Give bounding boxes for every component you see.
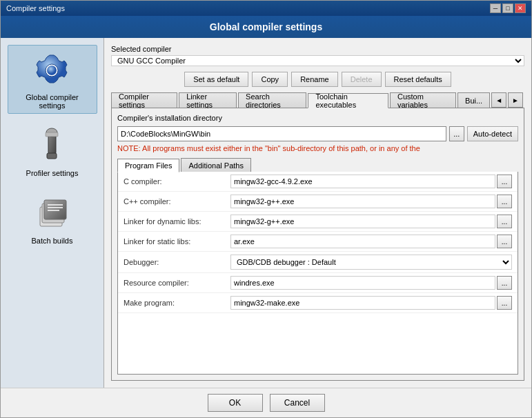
tab-nav-left[interactable]: ◄ xyxy=(491,92,506,108)
linker-dynamic-label: Linker for dynamic libs: xyxy=(124,217,230,226)
browse-dir-button[interactable]: ... xyxy=(449,126,464,141)
main-tabs-row: Compiler settings Linker settings Search… xyxy=(111,92,524,108)
cpp-compiler-browse-button[interactable]: ... xyxy=(497,195,512,208)
c-compiler-row: C compiler: ... xyxy=(118,172,518,192)
program-files-content: C compiler: ... C++ compiler: ... Linker… xyxy=(117,172,518,375)
sidebar-item-batch-builds[interactable]: Batch builds xyxy=(8,188,97,249)
cpp-compiler-input[interactable] xyxy=(230,195,495,208)
cpp-compiler-label: C++ compiler: xyxy=(124,197,230,206)
tab-compiler-settings[interactable]: Compiler settings xyxy=(111,92,177,108)
tab-linker-settings[interactable]: Linker settings xyxy=(179,92,237,108)
close-button[interactable]: ✕ xyxy=(515,3,526,13)
tab-custom-variables[interactable]: Custom variables xyxy=(390,92,456,108)
linker-dynamic-input[interactable] xyxy=(230,215,495,228)
note-text: NOTE: All programs must exist either in … xyxy=(117,144,518,152)
linker-dynamic-browse-button[interactable]: ... xyxy=(497,215,512,228)
debugger-select[interactable]: GDB/CDB debugger : Default xyxy=(230,255,512,270)
compiler-settings-window: Compiler settings ─ □ ✕ Global compiler … xyxy=(0,0,532,418)
make-program-input[interactable] xyxy=(230,296,495,310)
linker-static-label: Linker for static libs: xyxy=(124,237,230,246)
debugger-label: Debugger: xyxy=(124,258,230,266)
c-compiler-label: C compiler: xyxy=(124,177,230,186)
resource-compiler-input[interactable] xyxy=(230,276,495,290)
cpp-compiler-row: C++ compiler: ... xyxy=(118,192,518,212)
footer: OK Cancel xyxy=(1,388,531,417)
tab-search-directories[interactable]: Search directories xyxy=(238,92,306,108)
sidebar-item-profiler[interactable]: Profiler settings xyxy=(8,121,97,181)
sidebar-item-global-compiler[interactable]: Global compilersettings xyxy=(8,45,97,114)
c-compiler-browse-button[interactable]: ... xyxy=(497,175,512,188)
maximize-button[interactable]: □ xyxy=(502,3,513,13)
sidebar-global-label: Global compilersettings xyxy=(26,93,78,110)
make-program-label: Make program: xyxy=(124,299,230,307)
make-program-browse-button[interactable]: ... xyxy=(497,296,512,310)
compiler-select-label: Selected compiler xyxy=(111,45,524,53)
title-bar-controls: ─ □ ✕ xyxy=(490,3,526,13)
auto-detect-button[interactable]: Auto-detect xyxy=(467,126,518,141)
batch-builds-icon xyxy=(32,192,73,234)
title-bar: Compiler settings ─ □ ✕ xyxy=(1,1,531,16)
svg-rect-8 xyxy=(44,200,66,219)
svg-rect-5 xyxy=(46,132,58,137)
profiler-icon xyxy=(32,125,73,166)
linker-static-browse-button[interactable]: ... xyxy=(497,235,512,248)
sidebar-profiler-label: Profiler settings xyxy=(26,169,79,177)
main-content: Global compilersettings xyxy=(1,38,531,388)
compiler-select-dropdown[interactable]: GNU GCC Compiler xyxy=(111,55,524,66)
copy-button[interactable]: Copy xyxy=(252,72,288,87)
svg-point-1 xyxy=(47,66,57,75)
compiler-select-row: Selected compiler GNU GCC Compiler xyxy=(111,45,524,66)
rename-button[interactable]: Rename xyxy=(291,72,338,87)
installation-dir-input[interactable] xyxy=(117,126,446,141)
minimize-button[interactable]: ─ xyxy=(490,3,501,13)
debugger-row: Debugger: GDB/CDB debugger : Default xyxy=(118,252,518,273)
set-as-default-button[interactable]: Set as default xyxy=(184,72,248,87)
reset-defaults-button[interactable]: Reset defaults xyxy=(385,72,451,87)
dir-input-row: ... Auto-detect xyxy=(117,126,518,141)
tab-build[interactable]: Bui... xyxy=(457,92,490,108)
cancel-button[interactable]: Cancel xyxy=(270,394,325,412)
subtabs-row: Program Files Additional Paths xyxy=(117,158,518,172)
compiler-btn-row: Set as default Copy Rename Delete Reset … xyxy=(111,72,524,87)
subtab-program-files[interactable]: Program Files xyxy=(117,159,179,172)
right-panel: Selected compiler GNU GCC Compiler Set a… xyxy=(104,38,531,388)
toolchain-content: Compiler's installation directory ... Au… xyxy=(111,108,524,381)
svg-rect-4 xyxy=(47,153,57,159)
global-compiler-icon xyxy=(32,49,73,90)
sidebar-batch-label: Batch builds xyxy=(32,237,73,245)
resource-compiler-label: Resource compiler: xyxy=(124,279,230,287)
window-title: Compiler settings xyxy=(6,4,65,12)
ok-button[interactable]: OK xyxy=(208,394,263,412)
subtab-additional-paths[interactable]: Additional Paths xyxy=(181,158,251,172)
linker-static-row: Linker for static libs: ... xyxy=(118,232,518,252)
tab-toolchain-executables[interactable]: Toolchain executables xyxy=(308,93,388,108)
delete-button[interactable]: Delete xyxy=(342,72,382,87)
tab-nav-right[interactable]: ► xyxy=(508,92,523,108)
resource-compiler-browse-button[interactable]: ... xyxy=(497,276,512,290)
c-compiler-input[interactable] xyxy=(230,175,495,188)
sidebar: Global compilersettings xyxy=(1,38,104,388)
section-title: Compiler's installation directory xyxy=(117,114,518,122)
resource-compiler-row: Resource compiler: ... xyxy=(118,273,518,293)
linker-static-input[interactable] xyxy=(230,235,495,248)
linker-dynamic-row: Linker for dynamic libs: ... xyxy=(118,212,518,232)
make-program-row: Make program: ... xyxy=(118,293,518,313)
dialog-title: Global compiler settings xyxy=(1,16,531,38)
